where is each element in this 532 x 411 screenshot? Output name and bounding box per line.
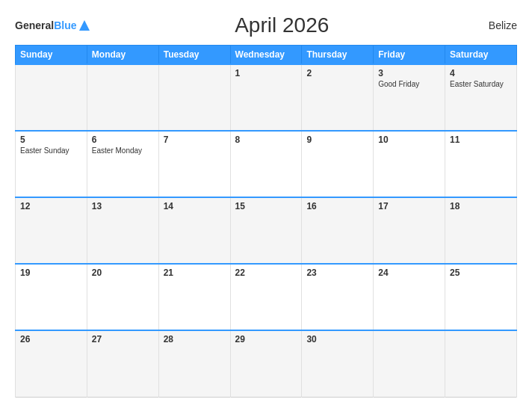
- day-number: 29: [235, 334, 297, 344]
- calendar-cell: 21: [158, 264, 230, 330]
- logo-icon: [78, 19, 91, 32]
- day-number: 17: [378, 201, 440, 211]
- day-number: 12: [20, 201, 82, 211]
- day-number: 14: [164, 201, 226, 211]
- day-number: 19: [20, 268, 82, 278]
- logo-blue: Blue: [54, 19, 76, 31]
- calendar-cell: 17: [374, 197, 445, 264]
- day-number: 21: [164, 268, 226, 278]
- col-wednesday: Wednesday: [230, 46, 302, 65]
- calendar-cell: 23: [302, 264, 374, 330]
- svg-marker-0: [79, 20, 90, 31]
- day-number: 25: [450, 268, 512, 278]
- calendar-week-row: 2627282930: [16, 330, 517, 397]
- calendar-cell: 29: [230, 330, 302, 397]
- day-number: 28: [164, 334, 226, 344]
- calendar-cell: 26: [16, 330, 87, 397]
- day-number: 13: [92, 201, 154, 211]
- calendar-cell: 5Easter Sunday: [16, 131, 87, 197]
- calendar-cell: 18: [445, 197, 517, 264]
- country-label: Belize: [472, 19, 517, 31]
- day-number: 6: [92, 135, 154, 145]
- day-number: 4: [450, 68, 512, 78]
- calendar-cell: 9: [302, 131, 374, 197]
- calendar-cell: 27: [87, 330, 158, 397]
- day-number: 27: [92, 334, 154, 344]
- calendar-cell: 30: [302, 330, 374, 397]
- col-monday: Monday: [87, 46, 158, 65]
- calendar-table: Sunday Monday Tuesday Wednesday Thursday…: [15, 45, 517, 398]
- col-tuesday: Tuesday: [158, 46, 230, 65]
- day-number: 24: [378, 268, 440, 278]
- calendar-cell: 3Good Friday: [374, 64, 445, 131]
- calendar-cell: [445, 330, 517, 397]
- calendar-cell: [16, 64, 87, 131]
- day-number: 5: [20, 135, 82, 145]
- calendar-header-row: Sunday Monday Tuesday Wednesday Thursday…: [16, 46, 517, 65]
- calendar-cell: 6Easter Monday: [87, 131, 158, 197]
- day-number: 18: [450, 201, 512, 211]
- calendar-cell: [158, 64, 230, 131]
- calendar-cell: [87, 64, 158, 131]
- col-friday: Friday: [374, 46, 445, 65]
- calendar-cell: 2: [302, 64, 374, 131]
- calendar-cell: 15: [230, 197, 302, 264]
- calendar-cell: 11: [445, 131, 517, 197]
- calendar-week-row: 5Easter Sunday6Easter Monday7891011: [16, 131, 517, 197]
- day-number: 8: [235, 135, 297, 145]
- day-number: 16: [306, 201, 368, 211]
- day-number: 1: [235, 68, 297, 78]
- day-event: Good Friday: [378, 80, 440, 88]
- calendar-cell: [374, 330, 445, 397]
- header: GeneralBlue April 2026 Belize: [15, 13, 517, 37]
- day-event: Easter Monday: [92, 146, 154, 155]
- calendar-cell: 25: [445, 264, 517, 330]
- calendar-cell: 1: [230, 64, 302, 131]
- calendar-week-row: 19202122232425: [16, 264, 517, 330]
- day-number: 22: [235, 268, 297, 278]
- day-number: 20: [92, 268, 154, 278]
- calendar-cell: 28: [158, 330, 230, 397]
- calendar-cell: 4Easter Saturday: [445, 64, 517, 131]
- day-event: Easter Sunday: [20, 146, 82, 155]
- col-saturday: Saturday: [445, 46, 517, 65]
- calendar-week-row: 123Good Friday4Easter Saturday: [16, 64, 517, 131]
- logo-general: General: [15, 19, 54, 31]
- calendar-cell: 13: [87, 197, 158, 264]
- col-thursday: Thursday: [302, 46, 374, 65]
- calendar-cell: 20: [87, 264, 158, 330]
- calendar-cell: 19: [16, 264, 87, 330]
- day-number: 15: [235, 201, 297, 211]
- col-sunday: Sunday: [16, 46, 87, 65]
- day-number: 7: [164, 135, 226, 145]
- calendar-cell: 22: [230, 264, 302, 330]
- day-number: 30: [306, 334, 368, 344]
- calendar-cell: 24: [374, 264, 445, 330]
- day-number: 11: [450, 135, 512, 145]
- calendar-title: April 2026: [91, 13, 472, 37]
- day-event: Easter Saturday: [450, 80, 512, 88]
- calendar-cell: 10: [374, 131, 445, 197]
- logo: GeneralBlue: [15, 19, 91, 32]
- calendar-week-row: 12131415161718: [16, 197, 517, 264]
- page: GeneralBlue April 2026 Belize Sunday Mon…: [0, 0, 532, 411]
- day-number: 26: [20, 334, 82, 344]
- calendar-cell: 7: [158, 131, 230, 197]
- day-number: 9: [306, 135, 368, 145]
- day-number: 3: [378, 68, 440, 78]
- calendar-cell: 12: [16, 197, 87, 264]
- calendar-cell: 16: [302, 197, 374, 264]
- calendar-cell: 14: [158, 197, 230, 264]
- calendar-cell: 8: [230, 131, 302, 197]
- day-number: 10: [378, 135, 440, 145]
- day-number: 2: [306, 68, 368, 78]
- day-number: 23: [306, 268, 368, 278]
